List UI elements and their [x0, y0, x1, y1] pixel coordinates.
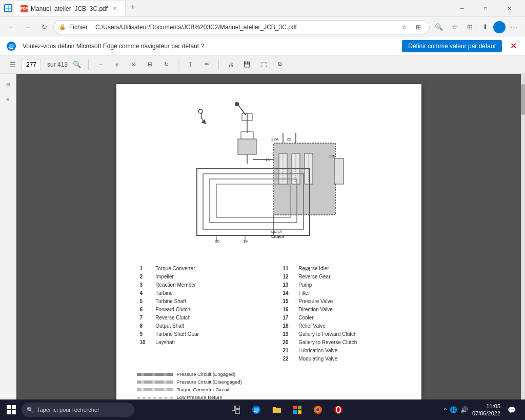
titlebar: PDF Manuel_atelier_JCB_3C.pdf ✕ + ─ □ ✕	[0, 0, 525, 16]
refresh-button[interactable]: ↻	[37, 20, 51, 34]
notification-button[interactable]: 💬	[504, 403, 519, 417]
svg-rect-34	[12, 405, 16, 409]
scrollbar-thumb[interactable]	[521, 84, 525, 115]
table-row: 3Reaction Member13Pump	[138, 281, 400, 288]
hydraulic-diagram: 22A 22 22B 22B 16	[137, 99, 401, 253]
svg-rect-0	[5, 5, 8, 8]
settings-button[interactable]: ⋯	[507, 20, 521, 34]
svg-rect-35	[7, 410, 11, 414]
vertical-scrollbar[interactable]	[521, 74, 525, 420]
maximize-button[interactable]: □	[474, 0, 497, 16]
part-name-right: Relief Valve	[296, 322, 399, 329]
toolbar-divider-1	[88, 59, 89, 70]
star-button[interactable]: ☆	[398, 22, 410, 33]
infobar-close-button[interactable]: ✕	[508, 41, 519, 51]
svg-text:22B: 22B	[329, 154, 336, 158]
file-label: Fichier	[69, 24, 91, 31]
part-name-right: Direction Valve	[296, 306, 399, 313]
print-button[interactable]: 🖨	[224, 58, 237, 71]
active-tab[interactable]: PDF Manuel_atelier_JCB_3C.pdf ✕	[14, 0, 126, 16]
collections-toolbar-button[interactable]: ⊞	[462, 20, 477, 34]
tab-close-button[interactable]: ✕	[111, 5, 119, 13]
taskbar-right: ^ 🌐 🔊 11:05 07/06/2022 💬	[440, 402, 523, 418]
label-22a: 22A	[271, 137, 279, 142]
fit-page-button[interactable]: ⊙	[127, 58, 140, 71]
zoom-in-button[interactable]: +	[110, 58, 124, 71]
forward-button[interactable]: →	[21, 20, 35, 34]
legend-label-3: Torque Converter Circuit.	[177, 387, 231, 392]
pdf-search-button[interactable]: 🔍	[71, 58, 83, 71]
part-name-right: Reverse Idler	[296, 265, 399, 272]
legend-item-2: Pressure Circuit.(Disengaged)	[137, 379, 401, 385]
edge-taskbar-svg	[252, 405, 261, 414]
svg-rect-38	[236, 406, 240, 409]
clutch-label-text: Clutch	[271, 234, 284, 239]
default-browser-infobar: Voulez-vous définir Microsoft Edge comme…	[0, 37, 525, 55]
windows-icon	[4, 4, 12, 12]
draw-button[interactable]: ✏	[200, 58, 213, 71]
save-button[interactable]: 💾	[240, 58, 254, 71]
clutch-text: clutch	[271, 229, 282, 234]
minimize-button[interactable]: ─	[450, 0, 474, 16]
favorites-button[interactable]: ☆	[447, 20, 461, 34]
profile-avatar[interactable]	[493, 21, 506, 33]
pdf-tab-icon: PDF	[21, 5, 28, 12]
rotate-button[interactable]: ↻	[159, 58, 173, 71]
network-icon[interactable]: 🌐	[450, 406, 457, 413]
firefox-icon	[313, 405, 322, 414]
svg-rect-44	[298, 410, 301, 414]
search-toolbar-button[interactable]: 🔍	[432, 20, 446, 34]
start-button[interactable]	[2, 401, 21, 419]
firefox-taskbar-icon[interactable]	[309, 401, 327, 419]
more-tools-button[interactable]: ⚙	[273, 58, 287, 71]
part-number-right: 16	[281, 306, 296, 313]
select-text-button[interactable]: T	[184, 58, 197, 71]
part-name-right: Lubrication Valve	[296, 347, 399, 354]
taskbar-search-box[interactable]: 🔍 Taper ici pour rechercher	[22, 403, 134, 417]
pdf-page: 22A 22 22B 22B 16	[116, 84, 421, 420]
table-row: 1Torque Converter11Reverse Idler	[138, 265, 400, 272]
pdf-viewer[interactable]: 22A 22 22B 22B 16	[16, 74, 521, 420]
clock[interactable]: 11:05 07/06/2022	[470, 402, 502, 418]
outline-button[interactable]: ≡	[2, 93, 14, 106]
fit-width-button[interactable]: ⊟	[143, 58, 156, 71]
fullscreen-button[interactable]: ⛶	[257, 58, 270, 71]
table-spacer	[257, 265, 279, 272]
part-number-right: 19	[281, 330, 296, 337]
table-spacer	[257, 281, 279, 288]
table-spacer	[257, 297, 279, 305]
page-number-input[interactable]: 277	[22, 59, 41, 70]
label-22b: 22B	[302, 268, 310, 272]
downloads-button[interactable]: ⬇	[478, 20, 492, 34]
opera-taskbar-icon[interactable]	[329, 401, 348, 419]
toolbar-divider-3	[218, 59, 219, 70]
table-spacer	[257, 355, 279, 362]
new-tab-button[interactable]: +	[126, 0, 140, 14]
volume-icon[interactable]: 🔊	[460, 406, 468, 413]
store-taskbar-icon[interactable]	[288, 401, 307, 419]
svg-rect-43	[293, 410, 297, 414]
part-number-left: 4	[138, 289, 153, 296]
svg-rect-37	[232, 406, 235, 411]
secure-indicator: 🔒	[59, 24, 66, 30]
collections-button[interactable]: ⊞	[413, 22, 424, 33]
legend-line-2	[137, 381, 173, 384]
legend-line-3	[137, 388, 173, 391]
svg-point-5	[198, 109, 203, 113]
edge-taskbar-icon[interactable]	[247, 401, 266, 419]
pdf-menu-button[interactable]: ☰	[6, 58, 18, 71]
part-number-right: 12	[281, 273, 296, 280]
address-input-wrap[interactable]: 🔒 Fichier C:/Users/Utilisateur/Documents…	[53, 20, 430, 34]
file-explorer-taskbar-icon[interactable]	[268, 401, 286, 419]
part-number-right: 17	[281, 314, 296, 321]
tray-chevron-icon[interactable]: ^	[444, 407, 447, 413]
tab-bar: PDF Manuel_atelier_JCB_3C.pdf ✕ +	[14, 0, 448, 16]
zoom-out-button[interactable]: −	[94, 58, 107, 71]
thumbnails-button[interactable]: ⊟	[2, 78, 14, 90]
set-default-button[interactable]: Définir comme valeur par défaut	[402, 40, 502, 52]
part-number-right: 21	[281, 347, 296, 354]
back-button[interactable]: ←	[4, 20, 18, 34]
close-button[interactable]: ✕	[497, 0, 521, 16]
taskview-button[interactable]	[227, 401, 245, 419]
svg-rect-3	[9, 9, 12, 12]
